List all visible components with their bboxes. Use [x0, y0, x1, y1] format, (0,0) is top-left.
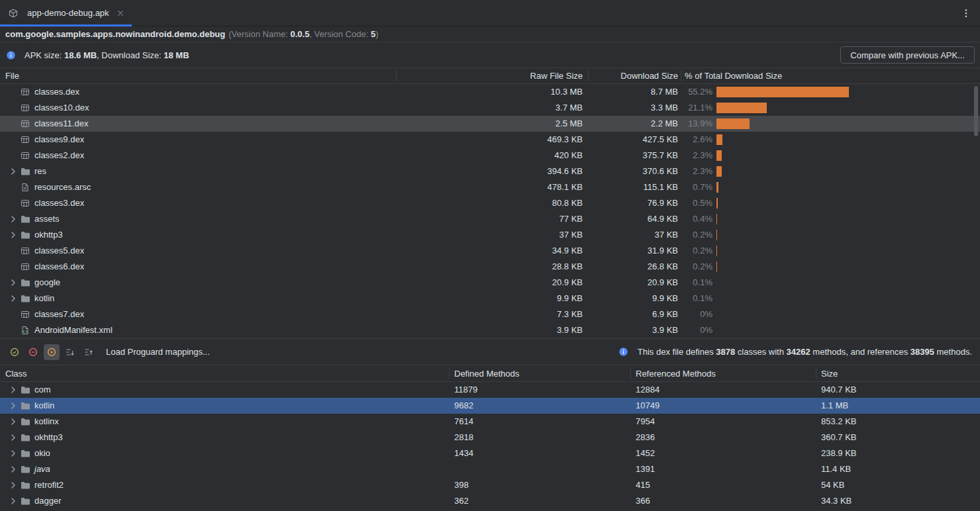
chevron-right-icon[interactable] [8, 230, 20, 240]
chevron-right-icon[interactable] [8, 496, 20, 506]
apk-size-text: APK size: 18.6 MB, Download Size: 18 MB [24, 50, 189, 60]
download-percent-bar [716, 118, 750, 129]
file-table-row[interactable]: assets 77 KB 64.9 KB 0.4% [0, 211, 980, 227]
size-value: 54 KB [821, 477, 844, 493]
download-percent-value: 2.6% [662, 132, 712, 148]
file-table-row[interactable]: AndroidManifest.xml 3.9 KB 3.9 KB 0% [0, 322, 980, 338]
chevron-right-icon[interactable] [8, 277, 20, 288]
class-table-row[interactable]: dagger 362 366 34.3 KB [0, 493, 980, 509]
dex-file-icon [20, 103, 30, 113]
chevron-right-icon[interactable] [8, 166, 20, 177]
chevron-right-icon[interactable] [8, 416, 20, 427]
class-table-row[interactable]: java 1391 11.4 KB [0, 461, 980, 477]
defined-methods-value: 7614 [454, 414, 473, 430]
package-folder-icon [20, 480, 30, 490]
column-divider [449, 367, 450, 379]
class-table-row[interactable]: retrofit2 398 415 54 KB [0, 477, 980, 493]
expand-nodes-icon[interactable] [62, 344, 78, 360]
file-table-row[interactable]: classes.dex 10.3 MB 8.7 MB 55.2% [0, 84, 980, 100]
dex-file-icon [20, 134, 30, 145]
file-table-row[interactable]: okhttp3 37 KB 37 KB 0.2% [0, 227, 980, 243]
close-tab-icon[interactable] [116, 9, 125, 18]
column-size[interactable]: Size [821, 365, 838, 382]
class-table-row[interactable]: kotlinx 7614 7954 853.2 KB [0, 414, 980, 430]
class-name: okio [34, 445, 50, 461]
column-raw-file-size[interactable]: Raw File Size [464, 68, 583, 83]
chevron-right-icon [8, 246, 20, 256]
size-value: 238.9 KB [821, 445, 857, 461]
download-percent-bar [716, 150, 722, 161]
file-table-row[interactable]: classes7.dex 7.3 KB 6.9 KB 0% [0, 306, 980, 322]
referenced-methods-value: 1452 [636, 445, 655, 461]
class-table-row[interactable]: kotlin 9682 10749 1.1 MB [0, 398, 980, 414]
file-table-row[interactable]: kotlin 9.9 KB 9.9 KB 0.1% [0, 291, 980, 306]
chevron-right-icon[interactable] [8, 293, 20, 304]
column-referenced-methods[interactable]: Referenced Methods [636, 365, 716, 382]
show-referenced-nodes-icon[interactable] [44, 344, 60, 360]
chevron-right-icon[interactable] [8, 448, 20, 459]
referenced-methods-value: 2836 [636, 430, 655, 445]
download-percent-value: 2.3% [662, 163, 712, 179]
file-table-row[interactable]: classes9.dex 469.3 KB 427.5 KB 2.6% [0, 132, 980, 148]
file-table-row[interactable]: classes6.dex 28.8 KB 26.8 KB 0.2% [0, 259, 980, 275]
package-folder-icon [20, 464, 30, 475]
raw-file-size-value: 20.9 KB [464, 275, 583, 291]
vertical-scrollbar[interactable] [974, 86, 978, 136]
defined-methods-value: 11879 [454, 382, 477, 398]
column-download-size[interactable]: Download Size [596, 68, 678, 83]
column-defined-methods[interactable]: Defined Methods [454, 365, 519, 382]
column-divider [816, 367, 816, 379]
download-percent-bar [716, 198, 718, 209]
apk-file-icon [8, 8, 19, 19]
column-class[interactable]: Class [5, 365, 27, 382]
referenced-methods-value: 7954 [636, 414, 655, 430]
class-table-row[interactable]: okhttp3 2818 2836 360.7 KB [0, 430, 980, 445]
column-file[interactable]: File [5, 68, 19, 83]
file-table-row[interactable]: classes11.dex 2.5 MB 2.2 MB 13.9% [0, 116, 980, 132]
chevron-right-icon [8, 325, 20, 336]
file-table-row[interactable]: classes3.dex 80.8 KB 76.9 KB 0.5% [0, 195, 980, 211]
collapse-nodes-icon[interactable] [81, 344, 97, 360]
file-table-row[interactable]: resources.arsc 478.1 KB 115.1 KB 0.7% [0, 179, 980, 195]
tab-apk-analyzer[interactable]: app-demo-debug.apk [0, 0, 132, 26]
file-table-row[interactable]: classes5.dex 34.9 KB 31.9 KB 0.2% [0, 243, 980, 259]
download-percent-bar [716, 182, 718, 193]
file-table-row[interactable]: classes2.dex 420 KB 375.7 KB 2.3% [0, 148, 980, 163]
file-table-row[interactable]: google 20.9 KB 20.9 KB 0.1% [0, 275, 980, 291]
chevron-right-icon[interactable] [8, 385, 20, 395]
dex-info-text: This dex file defines 3878 classes with … [638, 347, 972, 357]
chevron-right-icon[interactable] [8, 464, 20, 475]
resource-arsc-icon [20, 182, 30, 193]
raw-file-size-value: 3.9 KB [464, 322, 583, 338]
class-name: dagger [34, 493, 61, 509]
class-table-row[interactable]: okio 1434 1452 238.9 KB [0, 445, 980, 461]
more-options-icon[interactable] [959, 6, 973, 21]
file-table-row[interactable]: res 394.6 KB 370.6 KB 2.3% [0, 163, 980, 179]
chevron-right-icon [8, 182, 20, 193]
file-table-row[interactable]: classes10.dex 3.7 MB 3.3 MB 21.1% [0, 100, 980, 116]
compare-with-previous-apk-button[interactable]: Compare with previous APK... [840, 46, 975, 64]
class-table-header: Class Defined Methods Referenced Methods… [0, 365, 980, 382]
load-proguard-mappings-button[interactable]: Load Proguard mappings... [106, 347, 210, 357]
chevron-right-icon[interactable] [8, 400, 20, 411]
defined-methods-value: 9682 [454, 398, 473, 414]
defined-methods-value: 362 [454, 493, 469, 509]
chevron-right-icon[interactable] [8, 214, 20, 224]
class-table-row[interactable]: com 11879 12884 940.7 KB [0, 382, 980, 398]
column-divider [681, 70, 681, 81]
chevron-right-icon[interactable] [8, 432, 20, 443]
column-percent-of-total[interactable]: % of Total Download Size [685, 68, 782, 83]
file-name: assets [34, 211, 60, 227]
show-removed-nodes-icon[interactable] [25, 344, 41, 360]
info-icon [5, 50, 16, 60]
file-name: classes3.dex [34, 195, 84, 211]
dex-file-icon [20, 261, 30, 272]
show-defined-nodes-icon[interactable] [7, 344, 23, 360]
dex-info: This dex file defines 3878 classes with … [618, 347, 973, 357]
chevron-right-icon[interactable] [8, 480, 20, 490]
file-table-header: File Raw File Size Download Size % of To… [0, 68, 980, 84]
class-name: okhttp3 [34, 430, 63, 445]
package-folder-icon [20, 416, 30, 427]
file-name: google [34, 275, 60, 291]
size-value: 940.7 KB [821, 382, 857, 398]
